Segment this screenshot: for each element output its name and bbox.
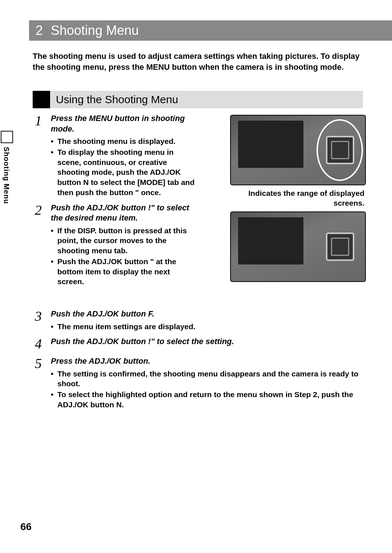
step-title: Push the ADJ./OK button !" to select the…	[51, 203, 195, 223]
figure-2	[230, 211, 364, 282]
sidebar-icon	[1, 131, 13, 143]
step-number: 5	[35, 356, 51, 371]
step-bullet: To display the shooting menu in scene, c…	[57, 147, 195, 198]
section-marker	[33, 91, 50, 108]
section-header: Using the Shooting Menu	[33, 91, 363, 108]
step-4: 4 Push the ADJ./OK button !" to select t…	[35, 336, 363, 352]
sidebar-label: Shooting Menu	[2, 147, 11, 204]
step-bullet: The menu item settings are displayed.	[57, 322, 363, 332]
steps-wide: 3 Push the ADJ./OK button F. The menu it…	[35, 309, 363, 415]
page-number: 66	[20, 521, 32, 533]
steps-narrow: 1 Press the MENU button in shooting mode…	[35, 113, 195, 292]
step-number: 3	[35, 309, 51, 324]
step-bullet: The setting is confirmed, the shooting m…	[57, 369, 363, 389]
step-number: 1	[35, 113, 51, 129]
step-bullet: The shooting menu is displayed.	[57, 136, 195, 146]
step-1: 1 Press the MENU button in shooting mode…	[35, 113, 195, 198]
section-title: Using the Shooting Menu	[56, 93, 178, 106]
step-number: 4	[35, 336, 51, 352]
step-title: Press the ADJ./OK button.	[51, 356, 363, 367]
step-title: Push the ADJ./OK button F.	[51, 309, 363, 319]
chapter-title: Shooting Menu	[51, 23, 139, 38]
step-bullet: If the DISP. button is pressed at this p…	[57, 226, 195, 256]
step-title: Press the MENU button in shooting mode.	[51, 113, 195, 134]
step-bullet: To select the highlighted option and ret…	[57, 389, 363, 409]
figure-1-caption: Indicates the range of displayed screens…	[230, 188, 364, 208]
step-title: Push the ADJ./OK button !" to select the…	[51, 336, 363, 347]
step-2: 2 Push the ADJ./OK button !" to select t…	[35, 203, 195, 288]
figure-1-image	[230, 115, 366, 185]
step-bullet: Push the ADJ./OK button " at the bottom …	[57, 257, 195, 287]
intro-paragraph: The shooting menu is used to adjust came…	[33, 51, 363, 72]
figure-1: Indicates the range of displayed screens…	[230, 115, 364, 208]
step-3: 3 Push the ADJ./OK button F. The menu it…	[35, 309, 363, 332]
chapter-header: 2 Shooting Menu	[29, 20, 392, 41]
figure-2-image	[230, 211, 366, 282]
step-5: 5 Press the ADJ./OK button. The setting …	[35, 356, 363, 410]
chapter-number: 2	[36, 23, 43, 38]
step-number: 2	[35, 203, 51, 218]
sidebar-tab: Shooting Menu	[0, 131, 13, 233]
